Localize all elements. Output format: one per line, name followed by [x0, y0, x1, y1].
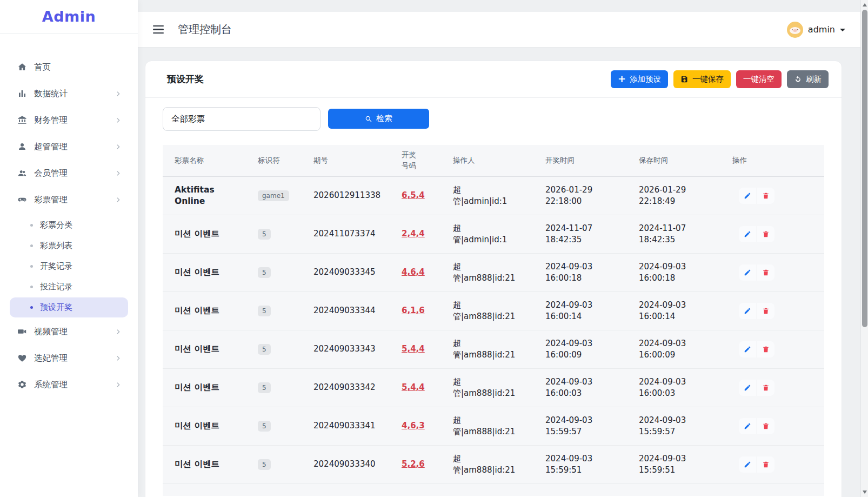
chevron-right-icon: [115, 170, 122, 177]
scrollbar-thumb[interactable]: [862, 10, 867, 327]
delete-button[interactable]: [757, 303, 774, 319]
draw-time-cell: 2024-09-03 15:59:51: [533, 445, 627, 483]
sidebar-item-finance[interactable]: 财务管理: [0, 109, 138, 131]
delete-button[interactable]: [757, 341, 774, 357]
console-title: 管理控制台: [178, 22, 232, 37]
clear-all-button[interactable]: 一键清空: [736, 70, 782, 88]
draw-numbers-link[interactable]: 2,4,4: [402, 229, 425, 238]
delete-button[interactable]: [757, 456, 774, 473]
column-header: 彩票名称: [163, 145, 246, 176]
edit-button[interactable]: [739, 456, 756, 473]
draw-numbers-link[interactable]: 6,5,4: [402, 190, 425, 200]
tag-badge: 5: [258, 459, 271, 470]
save-time-cell: 2024-09-03 16:00:09: [627, 330, 720, 368]
edit-button[interactable]: [739, 264, 756, 281]
sidebar-item-concubine[interactable]: 选妃管理: [0, 347, 138, 369]
chevron-right-icon: [115, 355, 122, 362]
operator-cell: 超管|admin|id:1: [441, 215, 533, 253]
bar-chart-icon: [17, 89, 27, 98]
draw-time-cell: 2024-09-03 15:59:57: [533, 407, 627, 445]
user-name: admin: [808, 24, 835, 35]
table-row: 미션 이벤트 5 202409033340 5,2,6 超管|am888|id:…: [163, 445, 824, 483]
sidebar-item-statistics[interactable]: 数据统计: [0, 83, 138, 104]
draw-numbers-link[interactable]: 5,2,6: [402, 459, 425, 469]
tag-cell: 5: [246, 407, 302, 445]
draw-numbers-link[interactable]: 6,1,6: [402, 306, 425, 315]
edit-button[interactable]: [739, 226, 756, 242]
delete-button[interactable]: [757, 226, 774, 242]
delete-button[interactable]: [757, 380, 774, 396]
user-menu[interactable]: admin: [787, 22, 845, 38]
user-icon: [17, 142, 27, 151]
save-all-button[interactable]: 一键保存: [673, 70, 731, 88]
issue-cell: 202409033340: [302, 445, 390, 483]
delete-button[interactable]: [757, 264, 774, 281]
operator-cell: 超管|am888|id:21: [441, 407, 533, 445]
numbers-cell: 5,2,6: [390, 445, 441, 483]
tag-badge: 5: [258, 421, 271, 432]
sidebar-item-home[interactable]: 首页: [0, 56, 138, 78]
sidebar-nav: 首页 数据统计 财务管理 超管管理 会员管理 彩票管理: [0, 34, 138, 395]
edit-button[interactable]: [739, 303, 756, 319]
operator-cell: 超管|am888|id:21: [441, 445, 533, 483]
sidebar-subitem-draw-records[interactable]: 开奖记录: [10, 256, 128, 276]
menu-toggle-icon[interactable]: [153, 25, 164, 34]
bullet-icon: [30, 244, 33, 247]
scroll-down-arrow-icon[interactable]: [863, 491, 867, 494]
sidebar-subitem-lottery-list[interactable]: 彩票列表: [10, 236, 128, 256]
card-header: 预设开奖 + 添加预设 一键保存 一键清空 刷新: [145, 61, 842, 98]
refresh-button[interactable]: 刷新: [787, 70, 829, 88]
tag-badge: 5: [258, 229, 271, 240]
draw-numbers-link[interactable]: 4,6,3: [402, 421, 425, 430]
delete-button[interactable]: [757, 418, 774, 434]
preset-draw-card: 预设开奖 + 添加预设 一键保存 一键清空 刷新: [145, 61, 842, 497]
sidebar-subitem-bet-records[interactable]: 投注记录: [10, 277, 128, 297]
numbers-cell: 4,6,3: [390, 407, 441, 445]
sidebar-subitem-lottery-category[interactable]: 彩票分类: [10, 215, 128, 235]
edit-button[interactable]: [739, 341, 756, 357]
save-time-cell: 2026-01-29 22:18:49: [627, 176, 720, 215]
numbers-cell: 5,4,4: [390, 330, 441, 368]
column-header: 操作: [720, 145, 824, 176]
edit-button[interactable]: [739, 418, 756, 434]
operator-cell: 超管|admin|id:1: [441, 176, 533, 215]
chevron-right-icon: [115, 90, 122, 97]
search-icon: [365, 115, 372, 123]
draw-numbers-link[interactable]: 5,4,4: [402, 344, 425, 354]
save-time-cell: 2024-09-03 15:59:57: [627, 407, 720, 445]
column-header: 操作人: [441, 145, 533, 176]
actions-cell: [720, 368, 824, 407]
draw-time-cell: 2026-01-29 22:18:00: [533, 176, 627, 215]
search-button[interactable]: 检索: [328, 109, 429, 129]
sidebar-item-superadmin[interactable]: 超管管理: [0, 136, 138, 157]
sidebar-item-video[interactable]: 视频管理: [0, 321, 138, 342]
lottery-filter-input[interactable]: [163, 107, 321, 131]
draw-numbers-link[interactable]: 4,6,4: [402, 267, 425, 277]
lottery-name-cell: 미션 이벤트: [163, 407, 246, 445]
bank-icon: [17, 115, 27, 125]
draw-numbers-link[interactable]: 5,4,4: [402, 382, 425, 392]
chevron-right-icon: [115, 196, 122, 203]
save-time-cell: 2024-09-03 16:00:18: [627, 253, 720, 291]
card-body: 检索 彩票名称标识符期号开奖号码操作人开奖时间保存时间操作 Aktifitas …: [145, 98, 842, 496]
tag-badge: 5: [258, 306, 271, 316]
draw-time-cell: 2024-09-03 16:00:03: [533, 368, 627, 407]
actions-cell: [720, 407, 824, 445]
edit-button[interactable]: [739, 380, 756, 396]
operator-cell: 超管|am888|id:21: [441, 330, 533, 368]
tag-cell: 5: [246, 368, 302, 407]
lottery-name-cell: 미션 이벤트: [163, 445, 246, 483]
issue-cell: 202409033342: [302, 368, 390, 407]
sidebar-item-system[interactable]: 系统管理: [0, 374, 138, 395]
sidebar-subitem-preset-draw[interactable]: 预设开奖: [10, 297, 128, 317]
sidebar-item-members[interactable]: 会员管理: [0, 162, 138, 184]
page-scrollbar[interactable]: [860, 0, 868, 497]
add-preset-button[interactable]: + 添加预设: [611, 70, 668, 88]
scroll-up-arrow-icon[interactable]: [863, 3, 867, 6]
sidebar-item-lottery[interactable]: 彩票管理: [0, 189, 138, 210]
edit-button[interactable]: [739, 188, 756, 204]
delete-button[interactable]: [757, 188, 774, 204]
main-content: 预设开奖 + 添加预设 一键保存 一键清空 刷新: [138, 48, 860, 497]
bullet-icon: [30, 224, 33, 227]
tag-cell: 5: [246, 215, 302, 253]
